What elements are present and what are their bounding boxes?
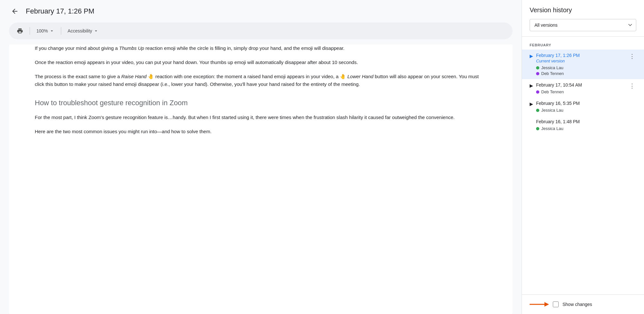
toolbar: 100% Accessibility — [9, 23, 513, 39]
paragraph-2: Once the reaction emoji appears in your … — [35, 59, 487, 66]
user-name-jessica-3: Jessica Lau — [541, 108, 563, 113]
user-name-deb-1: Deb Tennen — [541, 71, 564, 76]
show-changes-label[interactable]: Show changes — [562, 302, 592, 307]
sidebar-footer: Show changes — [522, 294, 644, 314]
version-list: FEBRUARY ▶ February 17, 1:26 PM Current … — [522, 37, 644, 294]
version-history-sidebar: Version history All versions FEBRUARY ▶ … — [522, 0, 644, 314]
top-bar: February 17, 1:26 PM — [0, 0, 522, 23]
version-item-4[interactable]: ▶ February 16, 1:48 PM Jessica Lau ⋮ — [522, 116, 644, 134]
user-deb-tennen-2: Deb Tennen — [536, 89, 582, 94]
version-item-1-left: ▶ February 17, 1:26 PM Current version J… — [530, 53, 580, 76]
version-arrow-1: ▶ — [530, 53, 533, 59]
user-dot-green-3 — [536, 109, 539, 112]
show-changes-arrow — [530, 300, 549, 309]
italic-lower-hand: Lower Hand — [347, 74, 373, 79]
paragraph-1: If you change your mind about giving a T… — [35, 44, 487, 52]
paragraph-4: For the most part, I think Zoom's gestur… — [35, 114, 487, 121]
version-info-3: February 16, 5:35 PM Jessica Lau — [536, 101, 580, 113]
version-info-2: February 17, 10:54 AM Deb Tennen — [536, 82, 582, 94]
user-name-jessica-4: Jessica Lau — [541, 126, 563, 131]
version-date-4: February 16, 1:48 PM — [536, 119, 580, 124]
version-arrow-2: ▶ — [530, 83, 533, 88]
version-users-2: Deb Tennen — [536, 89, 582, 94]
version-item-3-left: ▶ February 16, 5:35 PM Jessica Lau — [530, 101, 580, 113]
toolbar-divider-2 — [61, 27, 61, 35]
version-item-3[interactable]: ▶ February 16, 5:35 PM Jessica Lau ⋮ — [522, 97, 644, 116]
user-jessica-lau-4: Jessica Lau — [536, 126, 580, 131]
version-date-2: February 17, 10:54 AM — [536, 82, 582, 88]
section-heading: How to troubleshoot gesture recognition … — [35, 97, 487, 108]
user-jessica-lau-1: Jessica Lau — [536, 65, 580, 70]
version-date-1: February 17, 1:26 PM — [536, 53, 580, 58]
version-more-button-1[interactable]: ⋮ — [628, 53, 636, 60]
user-jessica-lau-3: Jessica Lau — [536, 108, 580, 113]
version-item-1[interactable]: ▶ February 17, 1:26 PM Current version J… — [522, 50, 644, 79]
user-deb-tennen-1: Deb Tennen — [536, 71, 580, 76]
version-users-3: Jessica Lau — [536, 108, 580, 113]
toolbar-divider-1 — [30, 27, 30, 35]
versions-dropdown-wrapper: All versions — [530, 19, 636, 31]
zoom-value: 100% — [36, 28, 48, 33]
version-date-3: February 16, 5:35 PM — [536, 101, 580, 106]
sidebar-header: Version history All versions — [522, 0, 644, 37]
zoom-button[interactable]: 100% — [34, 27, 57, 35]
user-name-deb-2: Deb Tennen — [541, 89, 564, 94]
version-info-4: February 16, 1:48 PM Jessica Lau — [536, 119, 580, 131]
version-item-2[interactable]: ▶ February 17, 10:54 AM Deb Tennen ⋮ — [522, 79, 644, 97]
doc-title: February 17, 1:26 PM — [26, 7, 94, 15]
version-more-button-2[interactable]: ⋮ — [628, 82, 636, 89]
version-users-4: Jessica Lau — [536, 126, 580, 131]
back-button[interactable] — [9, 5, 21, 17]
show-changes-checkbox[interactable] — [553, 301, 559, 307]
user-dot-purple-1 — [536, 72, 539, 75]
user-name-jessica-1: Jessica Lau — [541, 65, 563, 70]
version-info-1: February 17, 1:26 PM Current version Jes… — [536, 53, 580, 76]
svg-marker-1 — [544, 302, 549, 307]
month-label: FEBRUARY — [522, 42, 644, 50]
version-item-2-left: ▶ February 17, 10:54 AM Deb Tennen — [530, 82, 582, 94]
version-item-4-left: ▶ February 16, 1:48 PM Jessica Lau — [530, 119, 580, 131]
print-button[interactable] — [14, 26, 26, 36]
version-arrow-3: ▶ — [530, 101, 533, 106]
italic-thumbs-up: Thumbs Up — [119, 45, 144, 51]
paragraph-5: Here are the two most common issues you … — [35, 128, 487, 135]
user-dot-green-1 — [536, 66, 539, 69]
accessibility-button[interactable]: Accessibility — [65, 27, 101, 35]
user-dot-purple-2 — [536, 90, 539, 94]
current-version-label: Current version — [536, 59, 580, 63]
doc-content: If you change your mind about giving a T… — [9, 44, 513, 314]
versions-dropdown[interactable]: All versions — [530, 19, 636, 31]
user-dot-green-4 — [536, 127, 539, 130]
italic-raise-hand: Raise Hand — [121, 74, 146, 79]
accessibility-label: Accessibility — [68, 28, 92, 33]
version-users-1: Jessica Lau Deb Tennen — [536, 65, 580, 76]
paragraph-3: The process is the exact same to give a … — [35, 73, 487, 88]
sidebar-title: Version history — [530, 6, 636, 14]
main-area: February 17, 1:26 PM 100% Accessibility … — [0, 0, 522, 314]
